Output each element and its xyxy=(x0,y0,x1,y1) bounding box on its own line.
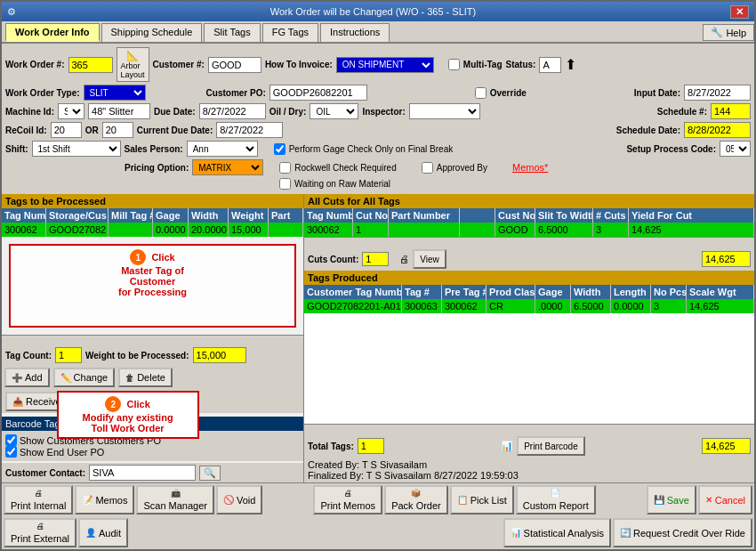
cell-length: 0.0000 xyxy=(611,299,651,313)
pack-order-button[interactable]: 📦Pack Order xyxy=(384,485,448,515)
show-end-user-label: Show End User PO xyxy=(20,447,104,458)
tab-work-order-info[interactable]: Work Order Info xyxy=(5,23,100,42)
statistical-analysis-button[interactable]: 📊 Statistical Analysis xyxy=(503,518,611,547)
current-due-input[interactable] xyxy=(216,122,283,138)
weight-input xyxy=(193,347,246,363)
perform-gage-label: Perform Gage Check Only on Final Break xyxy=(289,144,454,154)
request-credit-button[interactable]: 🔄 Request Credit Over Ride xyxy=(613,518,752,547)
how-invoice-select[interactable]: ON SHIPMENT xyxy=(336,57,434,73)
override-checkbox[interactable] xyxy=(475,87,487,99)
setup-process-select[interactable]: 05 xyxy=(720,141,751,157)
change-button[interactable]: ✏️ Change xyxy=(53,368,116,387)
customer-po-input[interactable] xyxy=(269,85,367,101)
scan-manager-button[interactable]: 📠Scan Manager xyxy=(136,485,214,515)
pricing-select[interactable]: MATRIX xyxy=(192,159,263,175)
recoil-input2[interactable] xyxy=(102,122,133,138)
recoil-or: OR xyxy=(85,126,99,135)
shift-select[interactable]: 1st Shift xyxy=(32,141,121,157)
machine-id-select[interactable]: S xyxy=(58,103,84,119)
col-tp-gage: Gage xyxy=(535,285,571,299)
multi-tag-checkbox[interactable] xyxy=(448,59,460,70)
arbor-layout-button[interactable]: 📐 ArborLayout xyxy=(117,47,149,82)
inspector-label: Inspector: xyxy=(362,107,405,117)
recoil-input1[interactable] xyxy=(51,122,82,138)
annotation-circle-1: 1 xyxy=(130,249,146,265)
tags-produced-scrollbar[interactable] xyxy=(304,424,754,434)
tab-fg-tags[interactable]: FG Tags xyxy=(262,23,318,42)
right-panel: All Cuts for All Tags Tag Number Cut No … xyxy=(304,194,754,482)
cell-storage: GOOD27082 xyxy=(46,223,109,237)
memos-link[interactable]: Memos* xyxy=(512,162,548,173)
cell-customer-tag: GOOD27082201-A01 xyxy=(304,299,402,313)
cell-weight: 15,000 xyxy=(229,223,269,237)
rockwell-checkbox[interactable] xyxy=(279,162,291,174)
cell-prod-class: CR xyxy=(487,299,535,313)
print-memos-button[interactable]: 🖨Print Memos xyxy=(313,485,382,515)
window-icon: ⚙ xyxy=(7,6,16,18)
show-customers-checkbox[interactable] xyxy=(5,434,17,446)
status-arrows[interactable]: ⬆ xyxy=(565,56,576,73)
print-barcode-button[interactable]: Print Barcode xyxy=(517,436,585,456)
current-due-label: Current Due Date: xyxy=(137,126,213,135)
save-button[interactable]: 💾 Save xyxy=(647,485,696,515)
cancel-button[interactable]: ✕ Cancel xyxy=(698,485,752,515)
customer-contact-row: Customer Contact: 🔍 xyxy=(2,463,303,482)
col-prod-class: Prod Class xyxy=(487,285,535,299)
sales-select[interactable]: Ann xyxy=(187,141,258,157)
cell-scale-wgt: 14,625 xyxy=(687,299,754,313)
oil-dry-select[interactable]: OIL xyxy=(310,103,358,119)
void-button[interactable]: 🚫 Void xyxy=(216,485,262,515)
col-yield: Yield For Cut xyxy=(629,208,754,223)
col-customer-tag: Customer Tag Number xyxy=(304,285,402,299)
all-cuts-table-row[interactable]: 300062 1 GOOD 6.5000 3 14,625 xyxy=(304,223,754,237)
pricing-label: Pricing Option: xyxy=(125,163,189,173)
annotation-text-2: ClickModify any existingToll Work Order xyxy=(83,399,173,434)
customer-contact-input[interactable] xyxy=(89,465,196,481)
schedule-label: Schedule #: xyxy=(657,107,707,117)
customer-contact-search[interactable]: 🔍 xyxy=(199,466,221,481)
tab-slit-tags[interactable]: Slit Tags xyxy=(204,23,260,42)
tags-scrollbar[interactable] xyxy=(2,335,303,345)
approved-by-checkbox[interactable] xyxy=(422,162,433,174)
window-title: Work Order will be Changed (W/O - 365 - … xyxy=(270,6,476,17)
custom-report-button[interactable]: 📄Custom Report xyxy=(516,485,596,515)
perform-gage-checkbox[interactable] xyxy=(274,143,286,155)
inspector-select[interactable] xyxy=(409,103,480,119)
delete-button[interactable]: 🗑 Delete xyxy=(118,368,173,387)
work-order-type-select[interactable]: SLIT xyxy=(84,85,146,101)
memos-button[interactable]: 📝 Memos xyxy=(75,485,134,515)
total-tags-label: Total Tags: xyxy=(308,442,354,451)
input-date-input[interactable] xyxy=(684,85,751,101)
customer-input[interactable] xyxy=(208,57,261,73)
total-row: Total Tags: 📊 Print Barcode xyxy=(304,434,754,458)
help-button[interactable]: 🔧 Help xyxy=(703,24,754,41)
print-external-button[interactable]: 🖨Print External xyxy=(4,518,76,547)
work-order-input[interactable] xyxy=(68,57,113,73)
input-date-label: Input Date: xyxy=(634,88,680,98)
all-cuts-table-header: Tag Number Cut No Part Number Cust No Sl… xyxy=(304,208,754,223)
status-input[interactable] xyxy=(539,57,561,73)
waiting-raw-checkbox[interactable] xyxy=(279,178,291,190)
schedule-input[interactable] xyxy=(711,103,751,119)
barcode-icon: 📊 xyxy=(501,441,513,452)
print-internal-button[interactable]: 🖨Print Internal xyxy=(4,485,73,515)
tab-shipping-schedule[interactable]: Shipping Schedule xyxy=(101,23,203,42)
add-button[interactable]: ➕ Add xyxy=(4,368,50,387)
audit-button[interactable]: 👤 Audit xyxy=(78,518,128,547)
tags-produced-table-row[interactable]: GOOD27082201-A01 300063 300062 CR .0000 … xyxy=(304,299,754,313)
tags-table-row[interactable]: 300062 GOOD27082 0.0000 20.0000 15,000 xyxy=(2,223,303,237)
customer-contact-label: Customer Contact: xyxy=(5,468,85,478)
close-button[interactable]: ✕ xyxy=(730,5,749,19)
col-length: Length xyxy=(611,285,651,299)
show-end-user-checkbox[interactable] xyxy=(5,446,17,458)
tab-instructions[interactable]: Instructions xyxy=(320,23,390,42)
bottom-area: 🖨Print Internal 📝 Memos 📠Scan Manager 🚫 … xyxy=(2,482,754,549)
col-tp-width: Width xyxy=(571,285,611,299)
form-row-7: Waiting on Raw Material xyxy=(5,178,751,190)
due-date-input[interactable] xyxy=(199,103,266,119)
view-button[interactable]: View xyxy=(413,249,446,269)
all-cuts-scrollbar[interactable] xyxy=(304,237,754,247)
tags-table-header: Tag Numbe Storage/Cus Mill Tag # Gage Wi… xyxy=(2,208,303,223)
pick-list-button[interactable]: 📋 Pick List xyxy=(450,485,514,515)
schedule-date-input[interactable] xyxy=(684,122,751,138)
